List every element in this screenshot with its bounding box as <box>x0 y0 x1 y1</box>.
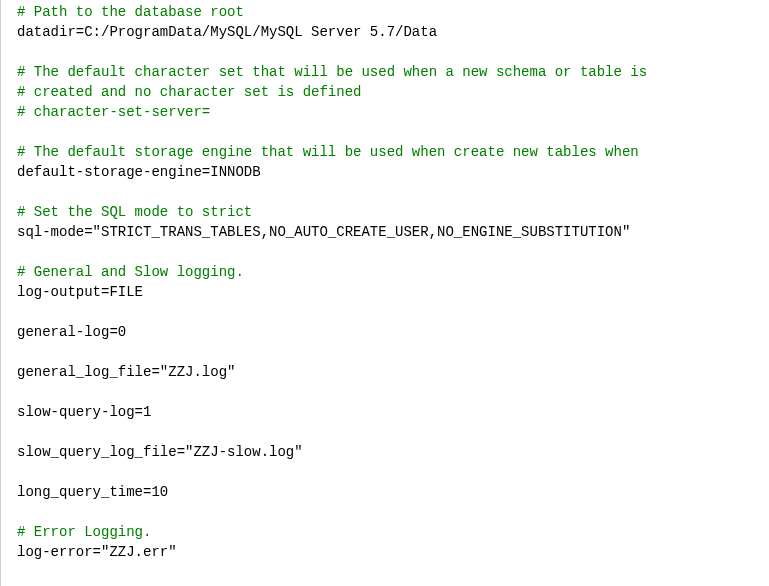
blank-line <box>17 422 769 442</box>
comment-line: # General and Slow logging. <box>17 262 769 282</box>
comment-line: # character-set-server= <box>17 102 769 122</box>
blank-line <box>17 182 769 202</box>
comment-line: # created and no character set is define… <box>17 82 769 102</box>
config-line: general_log_file="ZZJ.log" <box>17 362 769 382</box>
config-line: long_query_time=10 <box>17 482 769 502</box>
config-line: log-error="ZZJ.err" <box>17 542 769 562</box>
config-line: datadir=C:/ProgramData/MySQL/MySQL Serve… <box>17 22 769 42</box>
blank-line <box>17 502 769 522</box>
config-line: sql-mode="STRICT_TRANS_TABLES,NO_AUTO_CR… <box>17 222 769 242</box>
comment-line: # The default storage engine that will b… <box>17 142 769 162</box>
comment-line: # The default character set that will be… <box>17 62 769 82</box>
blank-line <box>17 242 769 262</box>
comment-line: # Set the SQL mode to strict <box>17 202 769 222</box>
config-line: general-log=0 <box>17 322 769 342</box>
blank-line <box>17 382 769 402</box>
config-line: slow-query-log=1 <box>17 402 769 422</box>
blank-line <box>17 342 769 362</box>
comment-line: # Error Logging. <box>17 522 769 542</box>
blank-line <box>17 462 769 482</box>
config-line: default-storage-engine=INNODB <box>17 162 769 182</box>
blank-line <box>17 302 769 322</box>
config-file-content: # Path to the database rootdatadir=C:/Pr… <box>1 0 769 562</box>
config-line: log-output=FILE <box>17 282 769 302</box>
comment-line: # Path to the database root <box>17 2 769 22</box>
blank-line <box>17 122 769 142</box>
config-line: slow_query_log_file="ZZJ-slow.log" <box>17 442 769 462</box>
blank-line <box>17 42 769 62</box>
